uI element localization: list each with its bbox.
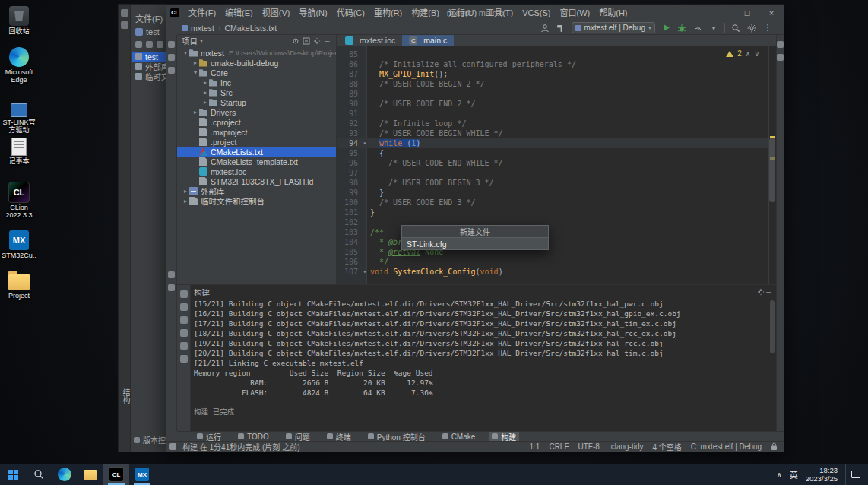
tree-item-.cproject[interactable]: .cproject (177, 117, 336, 127)
code-line-101[interactable]: 101} (337, 208, 770, 217)
tree-item-临时文件和控制台[interactable]: ▸临时文件和控制台 (177, 196, 336, 206)
tree-item-CMakeLists_template.txt[interactable]: CMakeLists_template.txt (177, 157, 336, 166)
tree-item-.project[interactable]: .project (177, 137, 336, 147)
profiler-icon[interactable] (692, 23, 703, 33)
settings-gear-icon[interactable] (746, 23, 757, 33)
tree-expand-arrow-icon[interactable]: ▸ (201, 79, 209, 86)
close-button[interactable]: × (759, 5, 784, 21)
code-line-92[interactable]: 92 /* Infinite loop */ (337, 119, 770, 128)
build-output-console[interactable]: [15/21] Building C object CMakeFiles/mxt… (194, 299, 765, 430)
collapse-all-icon[interactable] (302, 36, 310, 45)
search-everywhere-icon[interactable] (730, 23, 741, 33)
code-line-90[interactable]: 90 /* USER CODE END 2 */ (337, 99, 770, 109)
expand-all-icon[interactable] (180, 329, 188, 337)
tree-item-外部库[interactable]: ▸外部库 (177, 186, 336, 196)
menu-item[interactable]: 工具(T) (481, 5, 518, 21)
code-line-88[interactable]: 88 /* USER CODE BEGIN 2 */ (337, 79, 770, 89)
code-line-86[interactable]: 86 /* Initialize all configured peripher… (337, 59, 770, 69)
console-scrollbar-thumb[interactable] (770, 300, 775, 353)
code-line-98[interactable]: 98 /* USER CODE BEGIN 3 */ (337, 178, 770, 188)
tree-item-Startup[interactable]: ▸Startup (177, 97, 336, 107)
debug-button[interactable] (676, 23, 687, 33)
taskbar-button-search[interactable] (26, 464, 52, 485)
editor-tab-mxtest.ioc[interactable]: mxtest.ioc (338, 35, 402, 46)
prev-problem-chevron-icon[interactable]: ∧ (746, 50, 751, 58)
taskbar-button-edge[interactable] (52, 464, 78, 485)
status-widget[interactable]: .clang-tidy (609, 442, 644, 451)
bookmarks-stripe-icon[interactable] (168, 271, 175, 278)
taskbar-button-start[interactable] (0, 464, 26, 485)
tree-expand-arrow-icon[interactable]: ▸ (201, 99, 209, 106)
desktop-icon-ST-LINK官方驱动[interactable]: ST-LINK官方驱动 (2, 100, 36, 134)
commit-toolwindow-icon[interactable] (121, 21, 128, 29)
desktop-icon-STM32Cu...[interactable]: MXSTM32Cu... (2, 230, 36, 267)
toolwindow-button-TODO[interactable]: TODO (235, 432, 272, 442)
tree-item-mxtest.ioc[interactable]: mxtest.ioc (177, 166, 336, 176)
panel-settings-gear-icon[interactable] (312, 36, 321, 45)
taskbar-button-clion[interactable]: CL (103, 464, 129, 485)
run-configuration-select[interactable]: mxtest.elf | Debug ▾ (572, 22, 655, 33)
status-widget[interactable]: 4 个空格 (652, 441, 681, 452)
bg-menu-file[interactable]: 文件(F) (135, 12, 163, 24)
menu-item[interactable]: 编辑(E) (220, 5, 258, 21)
desktop-icon-Project[interactable]: Project (2, 271, 36, 300)
tree-expand-arrow-icon[interactable]: ▾ (192, 69, 199, 76)
code-line-89[interactable]: 89 (337, 89, 770, 99)
menu-item[interactable]: 帮助(H) (594, 5, 632, 21)
toolwindow-button-CMake[interactable]: CMake (439, 432, 479, 442)
minimize-button[interactable]: — (711, 5, 735, 21)
new-file-name-input[interactable]: ST-Link.cfg (402, 237, 548, 249)
tree-item-.mxproject[interactable]: .mxproject (177, 127, 336, 137)
gradle-stripe-icon[interactable] (777, 54, 784, 61)
chevron-down-icon[interactable]: ▾ (200, 37, 203, 44)
menu-item[interactable]: VCS(S) (518, 5, 555, 21)
tree-item-Drivers[interactable]: ▸Drivers (177, 107, 336, 117)
project-panel-title[interactable]: 项目 (182, 35, 198, 46)
tree-expand-arrow-icon[interactable]: ▾ (182, 49, 189, 56)
find-stripe-icon[interactable] (168, 284, 175, 291)
menu-item[interactable]: 运行(U) (444, 5, 481, 21)
tray-expand-chevron-icon[interactable]: ∧ (776, 471, 781, 479)
structure-toolwindow-label[interactable]: 结构 (120, 388, 131, 404)
stop-build-icon[interactable] (180, 303, 188, 311)
tree-item-mxtest[interactable]: ▾mxtestE:\Users\Windows\Desktop\ProjectC… (177, 48, 336, 58)
project-toolwindow-icon[interactable] (121, 9, 128, 17)
code-line-106[interactable]: 106 */ (337, 257, 770, 267)
desktop-icon-Microsoft Edge[interactable]: Microsoft Edge (2, 47, 36, 84)
menu-item[interactable]: 视图(V) (258, 5, 295, 21)
tree-item-CMakeLists.txt[interactable]: CMakeLists.txt (177, 147, 336, 157)
action-center-button[interactable] (845, 464, 865, 485)
structure-stripe-icon[interactable] (168, 67, 175, 74)
code-line-85[interactable]: 85 (337, 49, 770, 59)
code-line-95[interactable]: 95 { (337, 148, 770, 158)
bg-toolbar-icon[interactable] (146, 41, 153, 48)
locate-file-icon[interactable] (291, 36, 299, 45)
status-widget[interactable]: C: mxtest.elf | Debug (691, 442, 762, 451)
breadcrumb-item[interactable]: CMakeLists.txt (214, 24, 277, 33)
menu-item[interactable]: 文件(F) (184, 5, 220, 21)
code-line-94[interactable]: 94▾ while (1) (337, 138, 770, 148)
kebab-menu-icon[interactable]: ⋮ (762, 23, 773, 33)
tree-item-Src[interactable]: ▸Src (177, 87, 336, 97)
tree-item-Core[interactable]: ▾Core (177, 68, 336, 78)
menu-item[interactable]: 导航(N) (294, 5, 331, 21)
breadcrumb-item[interactable]: mxtest (182, 24, 214, 33)
menu-item[interactable]: 代码(C) (332, 5, 369, 21)
editor-tab-main.c[interactable]: main.c (402, 35, 454, 46)
code-line-100[interactable]: 100 /* USER CODE END 3 */ (337, 198, 770, 208)
toolwindow-switcher-icon[interactable] (169, 443, 176, 450)
status-widget[interactable]: 1:1 (530, 442, 540, 451)
build-settings-gear-icon[interactable] (756, 288, 765, 296)
commit-stripe-icon[interactable] (168, 54, 175, 61)
project-stripe-icon[interactable] (168, 41, 175, 48)
editor-scrollbar[interactable] (768, 46, 776, 284)
status-widget[interactable]: UTF-8 (578, 442, 600, 451)
bg-toolbar-icon[interactable] (135, 41, 142, 48)
code-line-91[interactable]: 91 (337, 109, 770, 119)
fold-marker-icon[interactable]: ▾ (361, 267, 369, 277)
tree-expand-arrow-icon[interactable]: ▸ (201, 89, 209, 96)
run-button[interactable] (661, 23, 671, 33)
collapse-all-icon[interactable] (180, 342, 188, 350)
rerun-build-icon[interactable] (180, 290, 188, 298)
bg-toolbar-icon[interactable] (157, 41, 163, 48)
